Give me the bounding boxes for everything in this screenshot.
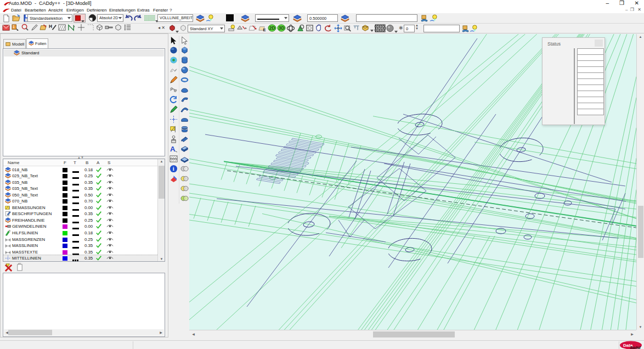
svg-text:1: 1 (13, 25, 15, 29)
svg-text:E: E (263, 27, 265, 32)
svg-text:Solid: Solid (630, 345, 641, 349)
svg-text:2D: 2D (269, 25, 275, 31)
svg-text:3D: 3D (278, 25, 284, 31)
svg-text:i: i (173, 166, 174, 172)
svg-text:H: H (49, 24, 52, 29)
svg-text:A: A (170, 145, 176, 153)
